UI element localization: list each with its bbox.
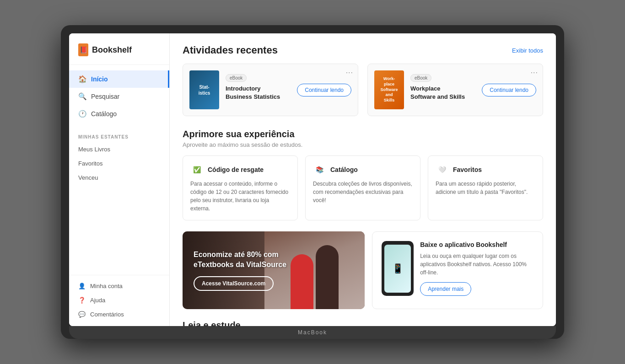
- book-card-workplace: ··· Work-placeSoftwareandSkills eBook Wo…: [367, 64, 543, 116]
- account-icon: 👤: [78, 283, 86, 289]
- feedback-icon: 💬: [78, 311, 86, 318]
- sidebar-item-search-label: Pesquisar: [91, 93, 119, 100]
- logo-icon: 📕: [78, 43, 88, 56]
- phone-mockup: 📱: [382, 241, 414, 296]
- sidebar-section-label: MINHAS ESTANTES: [69, 128, 169, 142]
- sidebar-item-home[interactable]: 🏠 Início: [69, 70, 169, 88]
- sidebar-help[interactable]: ❓ Ajuda: [69, 293, 169, 307]
- sidebar: 📕 Bookshelf 🏠 Início 🔍 Pesquisar 🕐 Catál…: [69, 33, 170, 326]
- continue-reading-statistics[interactable]: Continuar lendo: [297, 84, 351, 96]
- read-section: Leia e estude Acesse as melhores obras p…: [183, 320, 543, 326]
- catalog-feature-icon: 📚: [313, 163, 326, 176]
- app-download-desc: Leia ou ouça em qualquer lugar com os ap…: [420, 252, 533, 277]
- improve-subtitle: Aproveite ao máximo sua sessão de estudo…: [183, 141, 543, 148]
- continue-reading-workplace[interactable]: Continuar lendo: [482, 84, 536, 96]
- book-more-button-statistics[interactable]: ···: [346, 69, 353, 77]
- book-info-workplace: eBook Workplace Software and Skills: [410, 73, 466, 107]
- improve-title: Aprimore sua experiência: [183, 129, 543, 139]
- help-icon: ❓: [78, 297, 86, 304]
- laptop-brand: MacBook: [298, 329, 327, 336]
- recent-books-row: ··· Stat-istics eBook Introductory Busin…: [183, 64, 543, 116]
- improve-section: Aprimore sua experiência Aproveite ao má…: [183, 129, 543, 220]
- account-label: Minha conta: [90, 283, 123, 289]
- read-section-title: Leia e estude: [183, 320, 543, 326]
- app-name: Bookshelf: [92, 45, 132, 55]
- recent-activities-title: Atividades recentes: [183, 44, 278, 56]
- help-label: Ajuda: [90, 297, 105, 304]
- favorites-desc: Para um acesso rápido posterior, adicion…: [436, 180, 535, 196]
- sidebar-bottom: 👤 Minha conta ❓ Ajuda 💬 Comentários: [69, 275, 169, 321]
- book-title-workplace: Workplace Software and Skills: [410, 85, 466, 101]
- feedback-label: Comentários: [90, 311, 124, 318]
- book-cover-workplace: Work-placeSoftwareandSkills: [374, 70, 404, 109]
- app-info: Baixe o aplicativo Bookshelf Leia ou ouç…: [420, 241, 533, 296]
- app-download-title: Baixe o aplicativo Bookshelf: [420, 241, 533, 248]
- banners-row: Economize até 80% com eTextbooks da Vita…: [183, 231, 543, 309]
- sidebar-item-favorites[interactable]: Favoritos: [69, 156, 169, 171]
- sidebar-item-catalog[interactable]: 🕐 Catálogo: [69, 105, 169, 123]
- feature-card-favorites: 🤍 Favoritos Para um acesso rápido poster…: [428, 155, 543, 220]
- sidebar-nav: 🏠 Início 🔍 Pesquisar 🕐 Catálogo: [69, 65, 169, 128]
- search-icon: 🔍: [78, 92, 86, 101]
- book-title-statistics: Introductory Business Statistics: [226, 85, 281, 101]
- catalog-feature-title: Catálogo: [330, 166, 358, 173]
- book-cover-statistics: Stat-istics: [189, 70, 219, 109]
- promo-text: Economize até 80% com eTextbooks da Vita…: [194, 250, 294, 291]
- sidebar-item-search[interactable]: 🔍 Pesquisar: [69, 88, 169, 105]
- person2-shape: [316, 245, 339, 309]
- redeem-icon: ✅: [190, 163, 203, 176]
- favorites-title: Favoritos: [453, 166, 482, 173]
- book-more-button-workplace[interactable]: ···: [531, 69, 538, 77]
- feature-card-redeem: ✅ Código de resgate Para acessar o conte…: [183, 155, 298, 220]
- promo-banner: Economize até 80% com eTextbooks da Vita…: [183, 231, 365, 309]
- redeem-desc: Para acessar o conteúdo, informe o códig…: [190, 180, 290, 213]
- book-actions-statistics: Continuar lendo: [287, 84, 351, 96]
- sidebar-item-home-label: Início: [91, 75, 108, 83]
- recent-activities-header: Atividades recentes Exibir todos: [183, 44, 543, 56]
- book-tag-workplace: eBook: [410, 74, 431, 82]
- home-icon: 🏠: [78, 75, 86, 83]
- sidebar-account[interactable]: 👤 Minha conta: [69, 279, 169, 293]
- sidebar-feedback[interactable]: 💬 Comentários: [69, 307, 169, 321]
- catalog-feature-desc: Descubra coleções de livros disponíveis,…: [313, 180, 413, 204]
- learn-more-button[interactable]: Aprender mais: [420, 282, 471, 296]
- favorites-icon: 🤍: [436, 163, 448, 176]
- book-actions-workplace: Continuar lendo: [472, 84, 536, 96]
- catalog-icon: 🕐: [78, 110, 86, 118]
- promo-cta-button[interactable]: Acesse VitalSource.com: [194, 276, 274, 291]
- app-download-banner: 📱 Baixe o aplicativo Bookshelf Leia ou o…: [372, 231, 543, 309]
- main-content: Atividades recentes Exibir todos ··· Sta…: [170, 33, 556, 326]
- promo-headline: Economize até 80% com eTextbooks da Vita…: [194, 250, 294, 270]
- sidebar-item-my-books[interactable]: Meus Livros: [69, 142, 169, 156]
- redeem-title: Código de resgate: [208, 166, 264, 173]
- sidebar-item-expired[interactable]: Venceu: [69, 171, 169, 185]
- feature-cards: ✅ Código de resgate Para acessar o conte…: [183, 155, 543, 220]
- sidebar-item-catalog-label: Catálogo: [91, 110, 117, 118]
- book-card-statistics: ··· Stat-istics eBook Introductory Busin…: [183, 64, 358, 116]
- view-all-link[interactable]: Exibir todos: [512, 47, 543, 54]
- book-tag-statistics: eBook: [226, 74, 247, 82]
- feature-card-catalog: 📚 Catálogo Descubra coleções de livros d…: [305, 155, 420, 220]
- book-info-statistics: eBook Introductory Business Statistics: [226, 73, 281, 107]
- app-logo: 📕 Bookshelf: [69, 33, 169, 65]
